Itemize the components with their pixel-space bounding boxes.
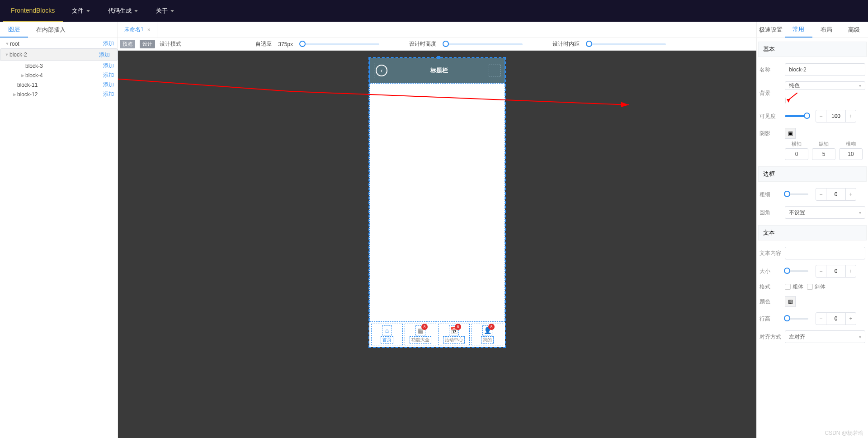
expand-icon[interactable]: ▶ — [12, 92, 17, 97]
text-color-swatch[interactable]: ▧ — [785, 296, 796, 307]
menu-codegen[interactable]: 代码生成 — [99, 0, 147, 22]
file-tab[interactable]: 未命名1 × — [118, 22, 157, 38]
plus-button[interactable]: + — [846, 113, 856, 119]
plus-button[interactable]: + — [846, 191, 856, 198]
tree-row-block-4[interactable]: ▶block-4添加 — [0, 71, 118, 80]
size-slider[interactable] — [785, 270, 808, 272]
text-content-input[interactable] — [785, 247, 865, 259]
slider-knob[interactable] — [784, 268, 790, 274]
lineheight-stepper[interactable]: −0+ — [816, 312, 856, 325]
minus-button[interactable]: − — [816, 113, 826, 119]
slider-knob[interactable] — [784, 315, 790, 321]
minus-button[interactable]: − — [816, 268, 826, 274]
shadow-h-input[interactable] — [785, 148, 808, 160]
collapse-icon[interactable]: ▼ — [4, 52, 9, 57]
chevron-down-icon — [86, 10, 90, 12]
checkbox-label: 粗体 — [793, 283, 803, 291]
bg-mode-select[interactable]: 纯色▾ — [785, 81, 865, 90]
tab-insert-inside[interactable]: 在内部插入 — [28, 22, 74, 38]
tree-row-block-12[interactable]: ▶block-12添加 — [0, 89, 118, 99]
size-stepper[interactable]: −0+ — [816, 265, 856, 278]
visibility-stepper[interactable]: −100+ — [816, 110, 856, 122]
radius-select[interactable]: 不设置▾ — [785, 206, 865, 219]
stepper-value[interactable]: 0 — [826, 313, 846, 325]
plus-button[interactable]: + — [846, 316, 856, 322]
shadow-blur-input[interactable] — [839, 148, 863, 160]
tab-layout[interactable]: 布局 — [812, 22, 840, 38]
close-icon[interactable]: × — [147, 27, 151, 33]
add-button[interactable]: 添加 — [99, 51, 113, 59]
phone-body-block[interactable] — [369, 83, 505, 322]
minus-button[interactable]: − — [816, 191, 826, 198]
lineheight-slider[interactable] — [785, 318, 808, 320]
slider-knob[interactable] — [784, 191, 790, 197]
slider-knob[interactable] — [804, 113, 810, 119]
user-icon: 👤8 — [482, 325, 492, 335]
design-height-slider[interactable] — [443, 43, 523, 45]
tab-item-mine[interactable]: 👤8 我的 — [472, 324, 503, 345]
tab-item-features[interactable]: ▦8 功能大全 — [405, 324, 436, 345]
brand-logo[interactable]: FrontendBlocks — [3, 0, 63, 22]
menu-button-slot[interactable] — [489, 65, 500, 76]
stepper-value[interactable]: 0 — [826, 188, 846, 200]
tab-layers[interactable]: 图层 — [0, 22, 28, 38]
slider-knob[interactable] — [299, 41, 306, 47]
canvas-area[interactable]: ‹ 标题栏 ⌂ 首页 ▦8 功能大全 📅8 活动 — [118, 51, 756, 438]
stepper-value[interactable]: 100 — [826, 110, 846, 122]
shadow-v-input[interactable] — [812, 148, 835, 160]
adaptive-slider[interactable] — [300, 43, 379, 45]
badge: 8 — [455, 324, 461, 330]
add-button[interactable]: 添加 — [103, 90, 118, 98]
title-bar-block[interactable]: ‹ 标题栏 — [369, 58, 505, 83]
italic-checkbox[interactable]: 斜体 — [807, 283, 826, 291]
tab-quick-settings[interactable]: 极速设置 — [757, 22, 785, 38]
menu-about[interactable]: 关于 — [147, 0, 183, 22]
name-input[interactable] — [785, 63, 865, 76]
right-tabs: 极速设置 常用 布局 高级 — [757, 22, 868, 38]
phone-frame[interactable]: ‹ 标题栏 ⌂ 首页 ▦8 功能大全 📅8 活动 — [369, 58, 505, 347]
bold-checkbox[interactable]: 粗体 — [785, 283, 803, 291]
back-icon[interactable]: ‹ — [376, 65, 387, 76]
left-tabs: 图层 在内部插入 — [0, 22, 118, 38]
tree-label: block-4 — [25, 72, 43, 79]
prop-label: 对齐方式 — [760, 333, 781, 341]
slider-knob[interactable] — [443, 41, 449, 47]
plus-button[interactable]: + — [846, 268, 856, 274]
design-button[interactable]: 设计 — [140, 40, 155, 48]
collapse-icon[interactable]: ▼ — [5, 42, 10, 46]
stepper-value[interactable]: 0 — [826, 265, 846, 277]
expand-icon[interactable]: ▶ — [20, 73, 25, 78]
preview-button[interactable]: 预览 — [120, 40, 135, 48]
tab-label: 活动中心 — [443, 336, 465, 344]
tab-item-home[interactable]: ⌂ 首页 — [371, 324, 403, 345]
design-padding-slider[interactable] — [587, 43, 666, 45]
tab-item-activity[interactable]: 📅8 活动中心 — [438, 324, 470, 345]
align-select[interactable]: 左对齐▾ — [785, 330, 865, 343]
thickness-stepper[interactable]: −0+ — [816, 188, 856, 201]
add-button[interactable]: 添加 — [103, 40, 118, 47]
add-button[interactable]: 添加 — [103, 81, 118, 89]
visibility-slider[interactable] — [785, 115, 808, 117]
home-icon: ⌂ — [382, 325, 392, 335]
tab-common[interactable]: 常用 — [785, 22, 813, 38]
tree-row-block-11[interactable]: block-11添加 — [0, 80, 118, 89]
back-button-slot[interactable]: ‹ — [374, 63, 389, 78]
tree-row-block-2[interactable]: ▼block-2添加 — [0, 48, 118, 61]
grid-icon: ▦8 — [415, 325, 425, 335]
phone-tabbar[interactable]: ⌂ 首页 ▦8 功能大全 📅8 活动中心 👤8 我的 — [369, 322, 505, 347]
add-button[interactable]: 添加 — [103, 71, 118, 79]
chevron-down-icon — [134, 10, 138, 12]
tree-row-root[interactable]: ▼root添加 — [0, 39, 118, 48]
shadow-toggle[interactable]: ▣ — [785, 128, 796, 139]
titlebar-label[interactable]: 标题栏 — [430, 66, 448, 75]
minus-button[interactable]: − — [816, 316, 826, 322]
tree-row-block-3[interactable]: block-3添加 — [0, 61, 118, 71]
slider-knob[interactable] — [586, 41, 592, 47]
add-button[interactable]: 添加 — [103, 62, 118, 70]
tab-advanced[interactable]: 高级 — [840, 22, 868, 38]
menu-file[interactable]: 文件 — [63, 0, 99, 22]
chevron-down-icon — [170, 10, 174, 12]
bg-color-swatch[interactable] — [785, 98, 786, 105]
thickness-slider[interactable] — [785, 193, 808, 195]
prop-border-radius: 圆角 不设置▾ — [757, 203, 868, 221]
